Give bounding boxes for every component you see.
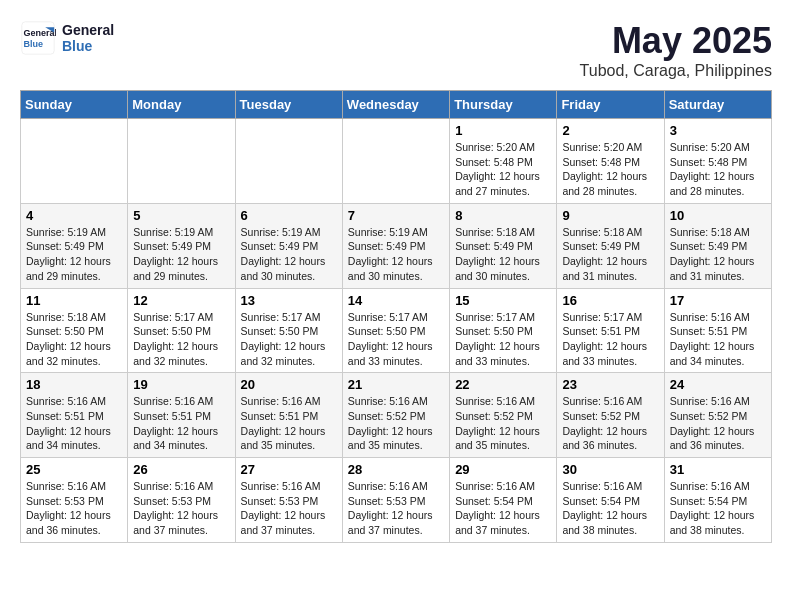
day-number: 23 [562, 377, 658, 392]
day-cell: 31Sunrise: 5:16 AM Sunset: 5:54 PM Dayli… [664, 458, 771, 543]
day-number: 11 [26, 293, 122, 308]
day-cell: 18Sunrise: 5:16 AM Sunset: 5:51 PM Dayli… [21, 373, 128, 458]
day-info: Sunrise: 5:17 AM Sunset: 5:50 PM Dayligh… [348, 310, 444, 369]
day-info: Sunrise: 5:16 AM Sunset: 5:52 PM Dayligh… [455, 394, 551, 453]
day-info: Sunrise: 5:18 AM Sunset: 5:49 PM Dayligh… [670, 225, 766, 284]
day-cell: 9Sunrise: 5:18 AM Sunset: 5:49 PM Daylig… [557, 203, 664, 288]
day-number: 31 [670, 462, 766, 477]
day-info: Sunrise: 5:17 AM Sunset: 5:51 PM Dayligh… [562, 310, 658, 369]
weekday-header-wednesday: Wednesday [342, 91, 449, 119]
day-info: Sunrise: 5:17 AM Sunset: 5:50 PM Dayligh… [455, 310, 551, 369]
day-info: Sunrise: 5:16 AM Sunset: 5:51 PM Dayligh… [26, 394, 122, 453]
day-info: Sunrise: 5:18 AM Sunset: 5:50 PM Dayligh… [26, 310, 122, 369]
day-info: Sunrise: 5:17 AM Sunset: 5:50 PM Dayligh… [133, 310, 229, 369]
day-number: 28 [348, 462, 444, 477]
day-cell: 13Sunrise: 5:17 AM Sunset: 5:50 PM Dayli… [235, 288, 342, 373]
day-number: 2 [562, 123, 658, 138]
day-info: Sunrise: 5:16 AM Sunset: 5:52 PM Dayligh… [670, 394, 766, 453]
day-info: Sunrise: 5:16 AM Sunset: 5:53 PM Dayligh… [348, 479, 444, 538]
day-info: Sunrise: 5:18 AM Sunset: 5:49 PM Dayligh… [455, 225, 551, 284]
weekday-header-saturday: Saturday [664, 91, 771, 119]
weekday-header-tuesday: Tuesday [235, 91, 342, 119]
day-number: 14 [348, 293, 444, 308]
day-info: Sunrise: 5:16 AM Sunset: 5:53 PM Dayligh… [241, 479, 337, 538]
day-number: 20 [241, 377, 337, 392]
week-row-1: 1Sunrise: 5:20 AM Sunset: 5:48 PM Daylig… [21, 119, 772, 204]
week-row-3: 11Sunrise: 5:18 AM Sunset: 5:50 PM Dayli… [21, 288, 772, 373]
day-info: Sunrise: 5:16 AM Sunset: 5:51 PM Dayligh… [241, 394, 337, 453]
day-info: Sunrise: 5:18 AM Sunset: 5:49 PM Dayligh… [562, 225, 658, 284]
day-info: Sunrise: 5:20 AM Sunset: 5:48 PM Dayligh… [455, 140, 551, 199]
page-header: General Blue General Blue May 2025 Tubod… [20, 20, 772, 80]
day-cell: 15Sunrise: 5:17 AM Sunset: 5:50 PM Dayli… [450, 288, 557, 373]
day-info: Sunrise: 5:19 AM Sunset: 5:49 PM Dayligh… [26, 225, 122, 284]
day-cell: 4Sunrise: 5:19 AM Sunset: 5:49 PM Daylig… [21, 203, 128, 288]
day-cell [128, 119, 235, 204]
weekday-header-monday: Monday [128, 91, 235, 119]
day-cell [342, 119, 449, 204]
day-number: 5 [133, 208, 229, 223]
day-number: 13 [241, 293, 337, 308]
day-cell: 17Sunrise: 5:16 AM Sunset: 5:51 PM Dayli… [664, 288, 771, 373]
logo-text-blue: Blue [62, 38, 114, 54]
day-number: 6 [241, 208, 337, 223]
day-cell: 26Sunrise: 5:16 AM Sunset: 5:53 PM Dayli… [128, 458, 235, 543]
day-cell [235, 119, 342, 204]
day-info: Sunrise: 5:20 AM Sunset: 5:48 PM Dayligh… [562, 140, 658, 199]
day-info: Sunrise: 5:16 AM Sunset: 5:53 PM Dayligh… [133, 479, 229, 538]
day-cell: 8Sunrise: 5:18 AM Sunset: 5:49 PM Daylig… [450, 203, 557, 288]
day-cell: 29Sunrise: 5:16 AM Sunset: 5:54 PM Dayli… [450, 458, 557, 543]
day-number: 25 [26, 462, 122, 477]
day-cell: 30Sunrise: 5:16 AM Sunset: 5:54 PM Dayli… [557, 458, 664, 543]
day-number: 24 [670, 377, 766, 392]
day-number: 26 [133, 462, 229, 477]
weekday-header-thursday: Thursday [450, 91, 557, 119]
day-cell: 21Sunrise: 5:16 AM Sunset: 5:52 PM Dayli… [342, 373, 449, 458]
calendar: SundayMondayTuesdayWednesdayThursdayFrid… [20, 90, 772, 543]
day-cell: 16Sunrise: 5:17 AM Sunset: 5:51 PM Dayli… [557, 288, 664, 373]
location: Tubod, Caraga, Philippines [580, 62, 772, 80]
day-number: 3 [670, 123, 766, 138]
day-number: 15 [455, 293, 551, 308]
weekday-header-friday: Friday [557, 91, 664, 119]
day-number: 10 [670, 208, 766, 223]
day-number: 8 [455, 208, 551, 223]
day-info: Sunrise: 5:16 AM Sunset: 5:52 PM Dayligh… [562, 394, 658, 453]
day-cell: 2Sunrise: 5:20 AM Sunset: 5:48 PM Daylig… [557, 119, 664, 204]
day-number: 19 [133, 377, 229, 392]
week-row-4: 18Sunrise: 5:16 AM Sunset: 5:51 PM Dayli… [21, 373, 772, 458]
day-info: Sunrise: 5:16 AM Sunset: 5:54 PM Dayligh… [670, 479, 766, 538]
day-number: 12 [133, 293, 229, 308]
weekday-header-sunday: Sunday [21, 91, 128, 119]
day-cell: 28Sunrise: 5:16 AM Sunset: 5:53 PM Dayli… [342, 458, 449, 543]
month-title: May 2025 [580, 20, 772, 62]
day-info: Sunrise: 5:16 AM Sunset: 5:54 PM Dayligh… [455, 479, 551, 538]
title-block: May 2025 Tubod, Caraga, Philippines [580, 20, 772, 80]
day-info: Sunrise: 5:16 AM Sunset: 5:51 PM Dayligh… [133, 394, 229, 453]
day-cell: 27Sunrise: 5:16 AM Sunset: 5:53 PM Dayli… [235, 458, 342, 543]
day-cell: 11Sunrise: 5:18 AM Sunset: 5:50 PM Dayli… [21, 288, 128, 373]
day-cell: 14Sunrise: 5:17 AM Sunset: 5:50 PM Dayli… [342, 288, 449, 373]
day-cell: 20Sunrise: 5:16 AM Sunset: 5:51 PM Dayli… [235, 373, 342, 458]
day-info: Sunrise: 5:19 AM Sunset: 5:49 PM Dayligh… [241, 225, 337, 284]
day-number: 9 [562, 208, 658, 223]
day-cell: 7Sunrise: 5:19 AM Sunset: 5:49 PM Daylig… [342, 203, 449, 288]
day-cell: 23Sunrise: 5:16 AM Sunset: 5:52 PM Dayli… [557, 373, 664, 458]
logo: General Blue General Blue [20, 20, 114, 56]
day-info: Sunrise: 5:16 AM Sunset: 5:53 PM Dayligh… [26, 479, 122, 538]
day-cell: 19Sunrise: 5:16 AM Sunset: 5:51 PM Dayli… [128, 373, 235, 458]
day-number: 27 [241, 462, 337, 477]
day-number: 22 [455, 377, 551, 392]
day-number: 16 [562, 293, 658, 308]
logo-text-general: General [62, 22, 114, 38]
day-cell: 12Sunrise: 5:17 AM Sunset: 5:50 PM Dayli… [128, 288, 235, 373]
week-row-2: 4Sunrise: 5:19 AM Sunset: 5:49 PM Daylig… [21, 203, 772, 288]
day-number: 17 [670, 293, 766, 308]
day-number: 7 [348, 208, 444, 223]
day-cell: 25Sunrise: 5:16 AM Sunset: 5:53 PM Dayli… [21, 458, 128, 543]
day-number: 29 [455, 462, 551, 477]
week-row-5: 25Sunrise: 5:16 AM Sunset: 5:53 PM Dayli… [21, 458, 772, 543]
day-info: Sunrise: 5:20 AM Sunset: 5:48 PM Dayligh… [670, 140, 766, 199]
day-cell [21, 119, 128, 204]
day-cell: 1Sunrise: 5:20 AM Sunset: 5:48 PM Daylig… [450, 119, 557, 204]
